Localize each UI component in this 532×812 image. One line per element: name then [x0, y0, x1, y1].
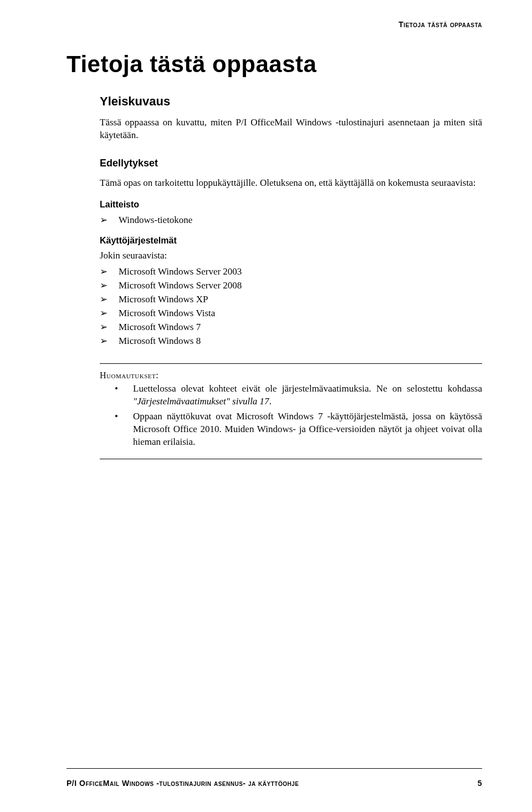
list-item-label: Microsoft Windows Server 2008: [119, 280, 482, 291]
list-item: ➢ Microsoft Windows 8: [100, 335, 482, 347]
list-item: ➢ Microsoft Windows Server 2008: [100, 280, 482, 291]
notes-text-post: .: [269, 396, 272, 407]
list-item-label: Microsoft Windows Vista: [119, 308, 482, 319]
list-item: ➢ Microsoft Windows Server 2003: [100, 266, 482, 277]
os-heading: Käyttöjärjestelmät: [100, 236, 482, 246]
footer: P/I OfficeMail Windows -tulostinajurin a…: [66, 779, 482, 788]
notes-box: Huomautukset: • Luettelossa olevat kohte…: [100, 363, 482, 459]
list-item: ➢ Windows-tietokone: [100, 214, 482, 226]
notes-item: • Oppaan näyttökuvat ovat Microsoft Wind…: [100, 410, 482, 449]
footer-left: P/I OfficeMail Windows -tulostinajurin a…: [66, 779, 299, 788]
overview-heading: Yleiskuvaus: [100, 94, 482, 109]
list-item: ➢ Microsoft Windows XP: [100, 293, 482, 305]
overview-paragraph: Tässä oppaassa on kuvattu, miten P/I Off…: [100, 116, 482, 142]
list-item-label: Windows-tietokone: [119, 215, 482, 226]
hardware-heading: Laitteisto: [100, 200, 482, 210]
notes-link[interactable]: "Järjestelmävaatimukset" sivulla 17: [133, 396, 269, 407]
list-item-label: Microsoft Windows Server 2003: [119, 266, 482, 277]
notes-text-pre: Oppaan näyttökuvat ovat Microsoft Window…: [133, 411, 482, 447]
list-item: ➢ Microsoft Windows 7: [100, 321, 482, 333]
notes-heading: Huomautukset:: [100, 371, 482, 380]
footer-rule: [66, 768, 482, 769]
arrow-icon: ➢: [100, 280, 119, 291]
os-list: ➢ Microsoft Windows Server 2003 ➢ Micros…: [100, 266, 482, 347]
notes-text-pre: Luettelossa olevat kohteet eivät ole jär…: [133, 383, 482, 394]
bullet-icon: •: [100, 383, 133, 395]
list-item-label: Microsoft Windows 8: [119, 336, 482, 347]
list-item: ➢ Microsoft Windows Vista: [100, 307, 482, 319]
chapter-title: Tietoja tästä oppaasta: [66, 51, 482, 78]
arrow-icon: ➢: [100, 214, 119, 226]
list-item-label: Microsoft Windows 7: [119, 322, 482, 333]
os-intro: Jokin seuraavista:: [100, 250, 482, 261]
arrow-icon: ➢: [100, 307, 119, 319]
hardware-list: ➢ Windows-tietokone: [100, 214, 482, 226]
notes-item: • Luettelossa olevat kohteet eivät ole j…: [100, 383, 482, 408]
list-item-label: Microsoft Windows XP: [119, 294, 482, 305]
arrow-icon: ➢: [100, 293, 119, 305]
prerequisites-paragraph: Tämä opas on tarkoitettu loppukäyttäjill…: [100, 177, 482, 190]
bullet-icon: •: [100, 410, 133, 423]
page: Tietoja tästä oppaasta Tietoja tästä opp…: [0, 0, 532, 812]
arrow-icon: ➢: [100, 321, 119, 333]
arrow-icon: ➢: [100, 335, 119, 347]
prerequisites-heading: Edellytykset: [100, 158, 482, 169]
arrow-icon: ➢: [100, 266, 119, 277]
page-number: 5: [478, 779, 482, 788]
running-head: Tietoja tästä oppaasta: [66, 20, 482, 29]
